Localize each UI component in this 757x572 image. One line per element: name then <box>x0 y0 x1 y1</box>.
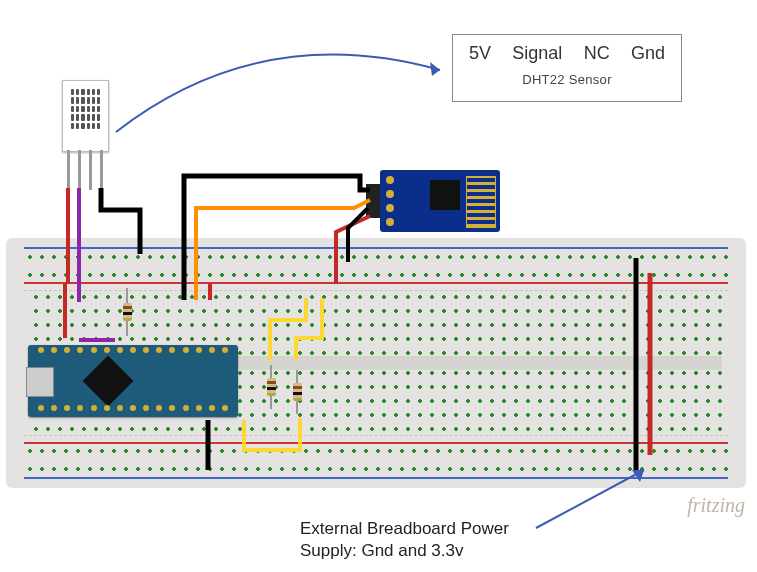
arrow-dht-to-pinout <box>110 40 460 140</box>
nano-pins-top <box>38 347 228 357</box>
esp-header-pins <box>366 184 380 218</box>
dht22-sensor <box>62 80 109 152</box>
esp-pcb-antenna <box>466 176 496 228</box>
fritzing-wiring-diagram: 5V Signal NC Gnd DHT22 Sensor <box>0 0 757 572</box>
svg-marker-0 <box>430 62 440 76</box>
arduino-nano <box>28 345 238 417</box>
dht22-pins <box>62 150 107 190</box>
esp8266-module <box>380 170 500 232</box>
nano-atmega-chip <box>83 356 134 407</box>
pin-3-label: NC <box>584 43 610 64</box>
external-power-caption: External Breadboard Power Supply: Gnd an… <box>300 518 509 562</box>
esp-soc-chip <box>430 180 460 210</box>
resistor-divider-2 <box>292 370 302 414</box>
bottom-rail-gnd <box>24 454 728 484</box>
top-rail-vcc-line <box>24 282 728 284</box>
pin-4-label: Gnd <box>631 43 665 64</box>
nano-usb-port <box>26 367 54 397</box>
pin-2-label: Signal <box>512 43 562 64</box>
caption-line-1: External Breadboard Power <box>300 519 509 538</box>
esp-smd-pads <box>386 176 394 226</box>
pin-1-label: 5V <box>469 43 491 64</box>
caption-line-2: Supply: Gnd and 3.3v <box>300 541 464 560</box>
dht22-vent-grid <box>71 89 100 129</box>
resistor-pullup-dht <box>122 288 132 336</box>
bottom-rail-gnd-line <box>24 477 728 479</box>
resistor-divider-1 <box>266 365 276 409</box>
nano-pins-bottom <box>38 405 228 415</box>
fritzing-watermark: fritzing <box>687 494 745 517</box>
dht22-pinout-row: 5V Signal NC Gnd <box>465 43 669 64</box>
dht22-pinout-box: 5V Signal NC Gnd DHT22 Sensor <box>452 34 682 102</box>
top-rail-vcc <box>24 260 728 291</box>
dht22-pinout-caption: DHT22 Sensor <box>465 72 669 87</box>
